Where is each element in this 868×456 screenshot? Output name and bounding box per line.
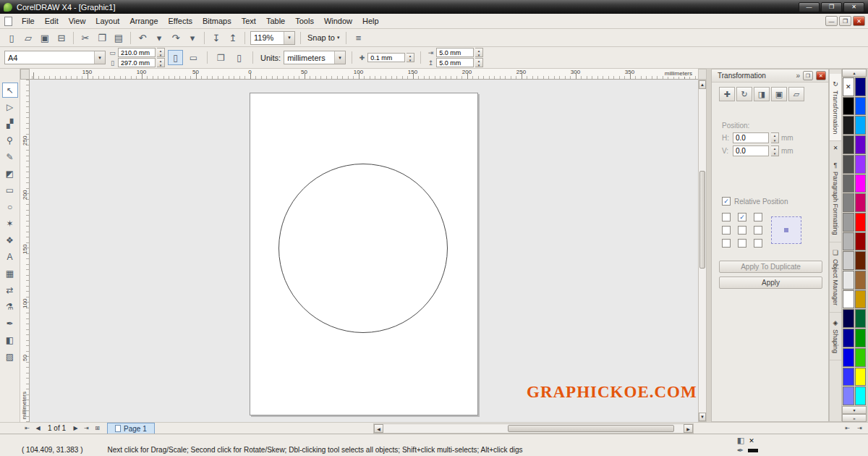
relative-position-checkbox[interactable]: ✓ (722, 197, 731, 206)
freehand-tool[interactable]: ✎ (2, 149, 18, 164)
first-page-button[interactable]: ⇤ (22, 423, 33, 434)
color-swatch[interactable] (855, 193, 867, 212)
eyedropper-tool[interactable]: ⚗ (2, 299, 18, 314)
current-page-button[interactable]: ▯ (231, 50, 247, 65)
scroll-left-button[interactable]: ⇤ (842, 423, 853, 434)
rectangle-tool[interactable]: ▭ (2, 182, 18, 198)
nudge-input[interactable] (367, 53, 405, 62)
menu-window[interactable]: Window (319, 15, 357, 27)
next-page-button[interactable]: ▶ (70, 423, 81, 434)
apply-to-duplicate-button[interactable]: Apply To Duplicate (719, 261, 822, 273)
landscape-button[interactable]: ▭ (186, 50, 201, 65)
scroll-left-arrow[interactable]: ◀ (374, 424, 383, 433)
color-swatch[interactable] (843, 348, 854, 367)
color-swatch[interactable] (843, 271, 854, 290)
apply-button[interactable]: Apply (719, 276, 822, 289)
color-swatch[interactable] (843, 155, 854, 174)
scroll-right-button[interactable]: ⇥ (854, 423, 865, 434)
anchor-checkbox[interactable] (722, 239, 731, 248)
palette-expand-button[interactable]: » (842, 414, 867, 422)
color-swatch[interactable] (855, 290, 867, 309)
duplicate-y-stepper[interactable] (475, 58, 483, 67)
units-select[interactable]: millimeters (284, 51, 346, 64)
color-swatch[interactable] (855, 251, 867, 270)
redo-dropdown[interactable]: ▾ (184, 30, 200, 45)
horizontal-scroll-thumb[interactable] (508, 425, 674, 432)
page-tab[interactable]: Page 1 (107, 423, 155, 434)
menu-arrange[interactable]: Arrange (124, 15, 163, 27)
print-button[interactable]: ⊟ (54, 30, 69, 45)
menu-file[interactable]: File (17, 15, 40, 27)
color-swatch[interactable] (855, 232, 867, 251)
color-swatch[interactable] (855, 368, 867, 387)
doc-restore-button[interactable]: ❐ (839, 16, 851, 26)
color-swatch[interactable] (855, 116, 867, 135)
color-swatch[interactable] (843, 174, 854, 193)
all-pages-button[interactable]: ❐ (213, 50, 229, 65)
prev-page-button[interactable]: ◀ (33, 423, 43, 434)
ellipse-tool[interactable]: ○ (2, 199, 18, 214)
anchor-checkbox[interactable] (722, 213, 731, 221)
color-swatch[interactable] (855, 77, 867, 96)
color-swatch[interactable] (843, 251, 854, 270)
color-swatch[interactable] (855, 213, 867, 232)
anchor-checkbox[interactable] (754, 213, 762, 221)
basic-shapes-tool[interactable]: ❖ (2, 232, 18, 248)
smart-fill-tool[interactable]: ◩ (2, 166, 18, 181)
open-button[interactable]: ▱ (20, 30, 36, 45)
docker-collapse-button[interactable]: ❐ (803, 71, 813, 80)
palette-scroll-up-button[interactable]: ▴ (842, 69, 867, 77)
color-swatch[interactable] (855, 348, 867, 367)
color-swatch[interactable] (843, 116, 854, 135)
position-v-stepper[interactable] (771, 145, 779, 156)
paste-button[interactable]: ▤ (111, 30, 127, 45)
color-swatch[interactable] (843, 368, 854, 387)
palette-scroll-down-button[interactable]: ▾ (842, 406, 867, 414)
position-h-input[interactable] (733, 132, 769, 143)
paper-width-input[interactable] (118, 48, 156, 57)
zoom-level-select[interactable]: 119% (250, 31, 295, 45)
horizontal-scrollbar[interactable]: ◀ ▶ (373, 423, 694, 434)
color-swatch[interactable] (855, 309, 867, 328)
separator[interactable] (204, 32, 205, 44)
anchor-checkbox[interactable] (722, 226, 731, 235)
zoom-tool[interactable]: ⚲ (2, 132, 18, 148)
last-page-button[interactable]: ⇥ (81, 423, 92, 434)
separator[interactable] (130, 32, 131, 44)
pick-tool[interactable]: ↖ (2, 83, 18, 98)
scroll-right-arrow[interactable]: ▶ (684, 424, 693, 433)
outline-tool[interactable]: ✒ (2, 316, 18, 331)
color-swatch[interactable] (843, 135, 854, 154)
options-button[interactable]: ≡ (350, 30, 366, 45)
scroll-down-arrow[interactable]: ▼ (699, 413, 706, 421)
portrait-button[interactable]: ▯ (168, 50, 183, 65)
import-button[interactable]: ↧ (208, 30, 224, 45)
paper-type-select[interactable]: A4 (4, 51, 106, 64)
no-color-swatch[interactable]: ✕ (843, 77, 854, 96)
position-v-input[interactable] (733, 145, 769, 156)
circle-object[interactable] (278, 164, 448, 333)
tab-paragraph-formatting[interactable]: ¶ Paragraph Formatting (830, 155, 841, 242)
undo-dropdown[interactable]: ▾ (151, 30, 167, 45)
undo-button[interactable]: ↶ (135, 30, 150, 45)
separator[interactable] (73, 32, 74, 44)
save-button[interactable]: ▣ (37, 30, 53, 45)
snap-to-dropdown[interactable]: Snap to ▾ (305, 32, 342, 43)
add-page-button[interactable]: ⊞ (92, 423, 103, 434)
duplicate-x-stepper[interactable] (475, 48, 483, 57)
color-swatch[interactable] (855, 135, 867, 154)
fill-tool[interactable]: ◧ (2, 332, 18, 347)
interactive-fill-tool[interactable]: ▨ (2, 349, 18, 364)
menu-table[interactable]: Table (261, 15, 290, 27)
anchor-checkbox[interactable]: ✓ (738, 213, 746, 221)
vertical-ruler[interactable]: 25020015010050 millimeters (20, 80, 30, 422)
menu-effects[interactable]: Effects (163, 15, 197, 27)
color-swatch[interactable] (855, 155, 867, 174)
close-button[interactable]: ✕ (843, 2, 864, 12)
minimize-button[interactable]: — (799, 2, 820, 12)
menu-edit[interactable]: Edit (40, 15, 64, 27)
color-swatch[interactable] (843, 193, 854, 212)
duplicate-y-input[interactable] (436, 58, 474, 67)
menu-view[interactable]: View (64, 15, 91, 27)
menu-bitmaps[interactable]: Bitmaps (197, 15, 237, 27)
